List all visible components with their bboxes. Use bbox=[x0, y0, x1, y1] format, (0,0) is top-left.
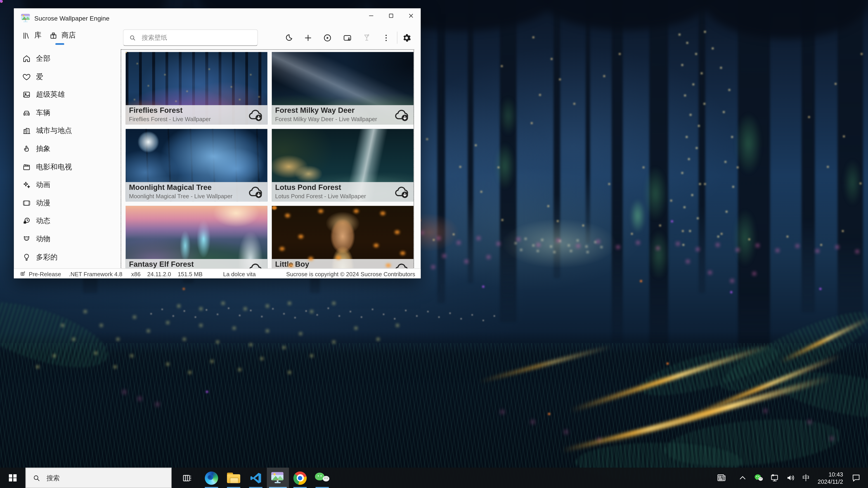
toolbar-divider bbox=[397, 32, 397, 44]
sidebar-item-dynamic[interactable]: 动态 bbox=[14, 213, 121, 229]
sidebar-item-cities[interactable]: 城市与地点 bbox=[14, 123, 121, 138]
cloud-download-icon[interactable] bbox=[394, 184, 410, 199]
category-sidebar: 全部 爱 超级英雄 车辆 城市与地点 抽象 bbox=[14, 47, 121, 269]
tray-wechat-button[interactable] bbox=[750, 468, 767, 488]
chrome-icon bbox=[293, 471, 307, 485]
screen-preview-button[interactable] bbox=[340, 31, 354, 45]
wallpaper-card-fantasy-elf-forest[interactable]: Fantasy Elf Forest bbox=[126, 206, 268, 269]
wallpaper-card-little-boy[interactable]: Little Boy bbox=[272, 206, 413, 269]
sidebar-item-all[interactable]: 全部 bbox=[14, 51, 121, 66]
wallpaper-card-moonlight-magical-tree[interactable]: Moonlight Magical Tree Moonlight Magical… bbox=[126, 129, 268, 201]
settings-gear-icon bbox=[402, 33, 411, 42]
lightbulb-icon bbox=[22, 253, 31, 262]
more-options-button[interactable] bbox=[379, 31, 393, 45]
taskbar-app-edge[interactable] bbox=[200, 468, 222, 488]
wallpaper-card-lotus-pond-forest[interactable]: Lotus Pond Forest Lotus Pond Forest - Li… bbox=[272, 129, 413, 201]
minimize-button[interactable] bbox=[361, 8, 381, 23]
card-subtitle: Fireflies Forest - Live Wallpaper bbox=[129, 116, 211, 122]
wallpaper-card-forest-milky-way-deer[interactable]: Forest Milky Way Deer Forest Milky Way D… bbox=[272, 52, 413, 125]
sidebar-label: 超级英雄 bbox=[36, 90, 65, 100]
sidebar-label: 多彩的 bbox=[36, 252, 57, 262]
card-subtitle: Moonlight Magical Tree - Live Wallpaper bbox=[129, 193, 232, 199]
task-view-button[interactable] bbox=[176, 468, 198, 488]
cloud-download-icon[interactable] bbox=[247, 184, 264, 199]
status-prerelease: Pre-Release bbox=[29, 270, 61, 277]
ime-indicator[interactable]: 中 bbox=[799, 473, 814, 483]
sidebar-label: 城市与地点 bbox=[36, 126, 72, 136]
sidebar-item-abstract[interactable]: 抽象 bbox=[14, 141, 121, 157]
dark-mode-button[interactable] bbox=[281, 31, 296, 45]
library-books-icon bbox=[22, 31, 31, 39]
card-info-bar: Fantasy Elf Forest bbox=[126, 259, 268, 269]
wallpaper-search-box[interactable] bbox=[123, 29, 258, 46]
close-button[interactable] bbox=[401, 8, 421, 23]
settings-button[interactable] bbox=[399, 31, 413, 45]
sidebar-item-colorful[interactable]: 多彩的 bbox=[14, 249, 121, 265]
card-info-bar: Moonlight Magical Tree Moonlight Magical… bbox=[126, 182, 268, 202]
tray-volume-button[interactable] bbox=[782, 468, 799, 488]
status-version: 24.11.2.0 bbox=[147, 270, 171, 277]
sidebar-item-anime[interactable]: 动漫 bbox=[14, 195, 121, 211]
taskbar-app-chrome[interactable] bbox=[289, 468, 311, 488]
play-circle-icon bbox=[322, 33, 332, 42]
tray-clock[interactable]: 10:43 2024/11/2 bbox=[814, 470, 848, 485]
sidebar-item-superheroes[interactable]: 超级英雄 bbox=[14, 87, 121, 103]
wallpaper-purple-butterflies bbox=[0, 0, 2, 2]
widgets-news-icon bbox=[716, 473, 727, 483]
taskbar-app-vscode[interactable] bbox=[245, 468, 267, 488]
app-logo-icon bbox=[21, 14, 30, 23]
taskbar-app-sucrose[interactable] bbox=[267, 468, 289, 488]
play-button[interactable] bbox=[320, 31, 334, 45]
status-motto: La dolce vita bbox=[223, 270, 256, 277]
card-info-bar: Forest Milky Way Deer Forest Milky Way D… bbox=[272, 105, 413, 125]
status-arch: x86 bbox=[131, 270, 141, 277]
taskbar-app-file-explorer[interactable] bbox=[222, 468, 245, 488]
tab-library[interactable]: 库 bbox=[22, 31, 41, 40]
search-icon bbox=[33, 474, 40, 482]
running-indicator bbox=[227, 487, 240, 488]
taskbar-search-box[interactable] bbox=[26, 468, 172, 488]
start-button[interactable] bbox=[0, 468, 26, 488]
sidebar-item-movies-tv[interactable]: 电影和电视 bbox=[14, 159, 121, 175]
dark-mode-moon-icon bbox=[284, 33, 293, 42]
sparkle-star-icon bbox=[22, 181, 31, 189]
sidebar-label: 动物 bbox=[36, 234, 51, 244]
sidebar-item-animation[interactable]: 动画 bbox=[14, 177, 121, 193]
sidebar-item-vehicles[interactable]: 车辆 bbox=[14, 105, 121, 121]
tray-network-button[interactable] bbox=[767, 468, 782, 488]
tray-chevron-button[interactable] bbox=[734, 468, 750, 488]
window-titlebar[interactable]: Sucrose Wallpaper Engine bbox=[14, 8, 421, 25]
maximize-button[interactable] bbox=[381, 8, 401, 23]
wallpaper-card-fireflies-forest[interactable]: Fireflies Forest Fireflies Forest - Live… bbox=[126, 52, 268, 125]
card-title: Fantasy Elf Forest bbox=[129, 260, 194, 268]
card-title: Little Boy bbox=[275, 260, 309, 268]
animal-cat-icon bbox=[22, 235, 31, 243]
cloud-download-icon[interactable] bbox=[394, 107, 410, 123]
widgets-news-button[interactable] bbox=[708, 468, 734, 488]
card-subtitle: Lotus Pond Forest - Live Wallpaper bbox=[275, 193, 366, 199]
drink-button-disabled[interactable] bbox=[359, 31, 374, 45]
sidebar-item-love[interactable]: 爱 bbox=[14, 69, 121, 85]
add-wallpaper-button[interactable] bbox=[301, 31, 315, 45]
search-input[interactable] bbox=[141, 34, 242, 41]
cloud-download-icon[interactable] bbox=[394, 261, 410, 269]
file-explorer-icon bbox=[227, 473, 240, 483]
card-title: Fireflies Forest bbox=[129, 106, 183, 115]
sucrose-icon bbox=[271, 472, 285, 484]
action-center-button[interactable] bbox=[848, 468, 868, 488]
card-subtitle: Forest Milky Way Deer - Live Wallpaper bbox=[275, 116, 377, 122]
card-info-bar: Little Boy bbox=[272, 259, 413, 269]
tab-store[interactable]: 商店 bbox=[49, 31, 76, 40]
cloud-download-icon[interactable] bbox=[247, 107, 264, 123]
running-indicator bbox=[249, 487, 262, 488]
taskbar-search-input[interactable] bbox=[45, 474, 153, 482]
cloud-download-icon[interactable] bbox=[247, 261, 264, 269]
window-statusbar: Pre-Release .NET Framework 4.8 x86 24.11… bbox=[14, 268, 421, 278]
wallpaper-cluster-glow bbox=[501, 219, 617, 268]
taskbar-app-wechat[interactable] bbox=[311, 468, 333, 488]
hand-gesture-icon bbox=[22, 144, 31, 153]
card-title: Moonlight Magical Tree bbox=[129, 183, 211, 191]
sidebar-item-animals[interactable]: 动物 bbox=[14, 231, 121, 247]
wechat-icon bbox=[315, 471, 330, 485]
maximize-icon bbox=[389, 14, 393, 18]
